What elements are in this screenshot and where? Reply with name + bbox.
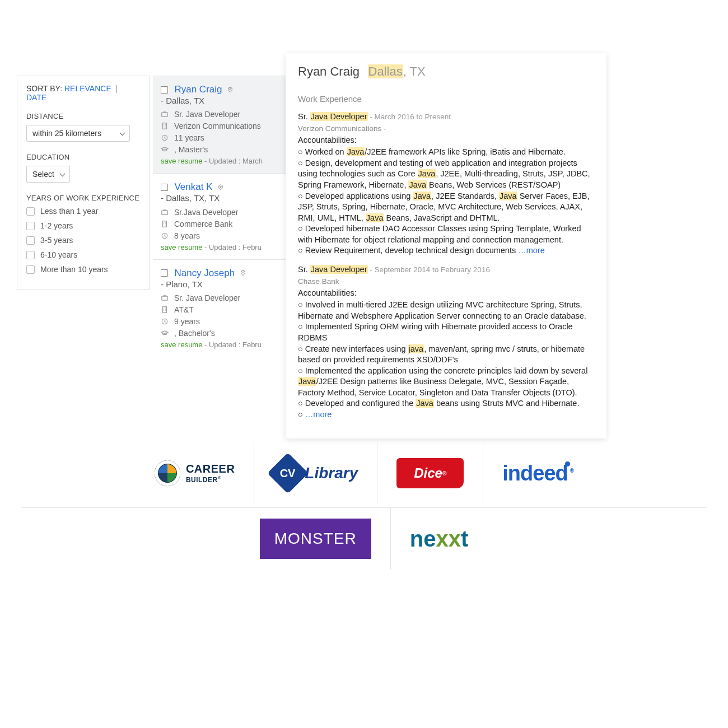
building-icon <box>161 220 171 228</box>
clock-icon <box>161 232 171 240</box>
exp-option[interactable]: More than 10 years <box>26 265 140 274</box>
candidate-degree: , Bachelor's <box>174 329 215 338</box>
clock-icon <box>161 318 171 325</box>
experience-label: YEARS OF WORK EXPERIENCE <box>26 194 140 202</box>
careerbuilder-mark-icon <box>155 460 180 486</box>
education-select[interactable]: Select <box>26 166 70 183</box>
logo-dice: Dice® <box>377 442 483 504</box>
briefcase-icon <box>161 110 171 118</box>
distance-label: DISTANCE <box>26 112 140 120</box>
svg-rect-1 <box>162 113 168 116</box>
candidate-company: Commerce Bank <box>174 220 232 228</box>
logo-monster: MONSTER <box>241 508 390 570</box>
exp-option[interactable]: 1-2 years <box>26 221 140 230</box>
briefcase-icon <box>161 208 171 216</box>
svg-rect-9 <box>162 296 168 300</box>
candidate-company: Verizon Communications <box>174 122 261 130</box>
distance-select[interactable]: within 25 kilometers <box>26 125 130 142</box>
job-company: Verizon Communications - <box>298 124 594 134</box>
experience-options: Less than 1 year 1-2 years 3-5 years 6-1… <box>26 207 140 274</box>
svg-rect-10 <box>163 307 167 313</box>
svg-rect-2 <box>163 123 167 129</box>
job-bullet: ○ Implemented the application using the … <box>298 366 594 399</box>
job-bullet: ○ Worked on Java/J2EE framework APIs lik… <box>298 147 594 158</box>
exp-option[interactable]: Less than 1 year <box>26 207 140 216</box>
candidate-company: AT&T <box>174 305 194 314</box>
result-card[interactable]: Ryan Craig - Dallas, TX Sr. Java Develop… <box>153 76 286 173</box>
checkbox-icon[interactable] <box>161 184 168 191</box>
candidate-location: - Dallas, TX, TX <box>161 194 220 203</box>
distance-value: within 25 kilometers <box>32 129 101 138</box>
candidate-name[interactable]: Venkat K <box>174 181 212 192</box>
sort-by-row: SORT BY: RELEVANCE | DATE <box>26 84 140 102</box>
svg-point-8 <box>242 272 244 273</box>
checkbox-icon[interactable] <box>26 251 35 259</box>
checkbox-icon[interactable] <box>26 222 35 230</box>
updated-text: - Updated : March <box>202 157 263 165</box>
more-link[interactable]: …more <box>518 246 545 255</box>
jobs-container: Sr. Java Developer - March 2016 to Prese… <box>298 111 594 421</box>
job-block: Sr. Java Developer - March 2016 to Prese… <box>298 111 594 256</box>
sort-relevance-link[interactable]: RELEVANCE <box>64 84 111 93</box>
job-bullet: ○ Design, development and testing of web… <box>298 158 594 191</box>
result-card[interactable]: Venkat K - Dallas, TX, TX Sr.Java Develo… <box>153 173 286 259</box>
save-resume-link[interactable]: save resume <box>161 157 202 165</box>
candidate-title: Sr. Java Developer <box>174 293 240 302</box>
exp-option[interactable]: 3-5 years <box>26 236 140 245</box>
graduation-icon <box>161 329 171 337</box>
detail-candidate-name: Ryan Craig <box>298 64 360 78</box>
svg-point-4 <box>220 186 222 188</box>
work-experience-heading: Work Experience <box>298 94 594 104</box>
svg-rect-5 <box>162 211 168 214</box>
cvlibrary-mark-icon: CV <box>268 452 309 494</box>
exp-option[interactable]: 6-10 years <box>26 250 140 259</box>
candidate-years: 8 years <box>174 231 200 240</box>
candidate-location: - Dallas, TX <box>161 96 204 105</box>
briefcase-icon <box>161 294 171 302</box>
partner-logos: CAREERBUILDER® CVLibrary Dice® indeed® M… <box>22 442 706 570</box>
sort-by-label: SORT BY: <box>26 84 62 93</box>
more-link[interactable]: …more <box>305 410 332 419</box>
job-bullet: ○ Developed applications using Java, J2E… <box>298 191 594 224</box>
candidate-degree: , Master's <box>174 145 208 154</box>
save-resume-link[interactable]: save resume <box>161 243 202 251</box>
detail-candidate-location: Dallas, TX <box>368 64 426 78</box>
svg-rect-6 <box>163 221 167 227</box>
checkbox-icon[interactable] <box>161 269 168 277</box>
logo-indeed: indeed® <box>483 442 592 504</box>
job-bullet: ○ Developed hibernate DAO Accessor Class… <box>298 223 594 245</box>
candidate-title: Sr.Java Developer <box>174 208 238 217</box>
job-bullet: ○ …more <box>298 409 594 421</box>
sort-separator: | <box>115 84 118 93</box>
building-icon <box>161 122 171 130</box>
graduation-icon <box>161 146 171 153</box>
clock-icon <box>161 134 171 142</box>
job-title-line: Sr. Java Developer - March 2016 to Prese… <box>298 111 594 123</box>
location-pin-icon <box>227 86 234 94</box>
candidate-location: - Plano, TX <box>161 279 203 289</box>
logo-careerbuilder: CAREERBUILDER® <box>136 442 254 504</box>
checkbox-icon[interactable] <box>26 236 35 245</box>
logo-cvlibrary: CVLibrary <box>254 442 377 504</box>
location-pin-icon <box>217 183 224 192</box>
candidate-name[interactable]: Nancy Joseph <box>174 268 235 278</box>
checkbox-icon[interactable] <box>161 86 168 94</box>
accountabilities-label: Accountabilities: <box>298 288 594 299</box>
save-resume-link[interactable]: save resume <box>161 340 202 349</box>
checkbox-icon[interactable] <box>26 265 35 274</box>
updated-text: - Updated : Febru <box>202 243 262 251</box>
updated-text: - Updated : Febru <box>202 340 262 349</box>
result-card[interactable]: Nancy Joseph - Plano, TX Sr. Java Develo… <box>153 259 286 357</box>
accountabilities-label: Accountabilities: <box>298 135 594 146</box>
job-bullet: ○ Involved in multi-tiered J2EE design u… <box>298 300 594 321</box>
checkbox-icon[interactable] <box>26 207 35 216</box>
svg-point-0 <box>230 88 231 90</box>
job-bullet: ○ Implemented Spring ORM wiring with Hib… <box>298 321 594 343</box>
location-pin-icon <box>240 269 246 277</box>
candidate-name[interactable]: Ryan Craig <box>174 84 222 95</box>
logo-nexxt: nexxt <box>390 508 488 570</box>
candidate-years: 11 years <box>174 133 204 142</box>
sort-date-link[interactable]: DATE <box>26 93 46 102</box>
job-bullet: ○ Developed and configured the Java bean… <box>298 398 594 409</box>
candidate-title: Sr. Java Developer <box>174 110 240 119</box>
